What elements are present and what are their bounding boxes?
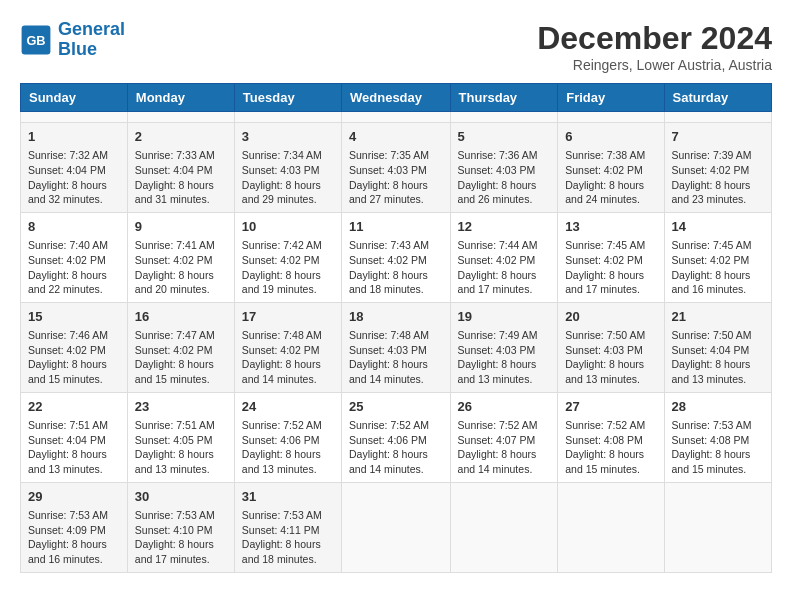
day-header-wednesday: Wednesday [342,84,451,112]
day-number: 19 [458,308,551,326]
day-header-tuesday: Tuesday [234,84,341,112]
calendar-cell: 12Sunrise: 7:44 AMSunset: 4:02 PMDayligh… [450,212,558,302]
calendar-cell [342,482,451,572]
calendar-cell: 15Sunrise: 7:46 AMSunset: 4:02 PMDayligh… [21,302,128,392]
day-number: 31 [242,488,334,506]
sunset-text: Sunset: 4:03 PM [458,344,536,356]
day-number: 20 [565,308,656,326]
day-number: 18 [349,308,443,326]
daylight-text: Daylight: 8 hours and 20 minutes. [135,269,214,296]
sunset-text: Sunset: 4:07 PM [458,434,536,446]
sunset-text: Sunset: 4:02 PM [135,254,213,266]
day-number: 2 [135,128,227,146]
location: Reingers, Lower Austria, Austria [537,57,772,73]
day-number: 25 [349,398,443,416]
sunset-text: Sunset: 4:03 PM [458,164,536,176]
day-number: 30 [135,488,227,506]
calendar-week-row [21,112,772,123]
sunrise-text: Sunrise: 7:44 AM [458,239,538,251]
day-number: 1 [28,128,120,146]
sunset-text: Sunset: 4:04 PM [28,164,106,176]
day-number: 5 [458,128,551,146]
sunset-text: Sunset: 4:02 PM [242,254,320,266]
daylight-text: Daylight: 8 hours and 18 minutes. [242,538,321,565]
sunset-text: Sunset: 4:08 PM [672,434,750,446]
sunrise-text: Sunrise: 7:52 AM [565,419,645,431]
daylight-text: Daylight: 8 hours and 16 minutes. [28,538,107,565]
calendar-cell: 20Sunrise: 7:50 AMSunset: 4:03 PMDayligh… [558,302,664,392]
calendar-cell: 9Sunrise: 7:41 AMSunset: 4:02 PMDaylight… [127,212,234,302]
calendar-cell: 4Sunrise: 7:35 AMSunset: 4:03 PMDaylight… [342,123,451,213]
day-number: 6 [565,128,656,146]
calendar-cell: 23Sunrise: 7:51 AMSunset: 4:05 PMDayligh… [127,392,234,482]
calendar-cell: 26Sunrise: 7:52 AMSunset: 4:07 PMDayligh… [450,392,558,482]
daylight-text: Daylight: 8 hours and 32 minutes. [28,179,107,206]
sunset-text: Sunset: 4:06 PM [242,434,320,446]
sunset-text: Sunset: 4:02 PM [242,344,320,356]
sunset-text: Sunset: 4:04 PM [135,164,213,176]
calendar-cell [664,112,771,123]
sunrise-text: Sunrise: 7:47 AM [135,329,215,341]
sunrise-text: Sunrise: 7:33 AM [135,149,215,161]
sunset-text: Sunset: 4:02 PM [565,164,643,176]
sunset-text: Sunset: 4:11 PM [242,524,320,536]
month-title: December 2024 [537,20,772,57]
svg-text:GB: GB [26,33,45,48]
day-number: 13 [565,218,656,236]
sunset-text: Sunset: 4:02 PM [565,254,643,266]
day-header-monday: Monday [127,84,234,112]
calendar-week-row: 22Sunrise: 7:51 AMSunset: 4:04 PMDayligh… [21,392,772,482]
calendar-cell: 6Sunrise: 7:38 AMSunset: 4:02 PMDaylight… [558,123,664,213]
calendar-cell: 14Sunrise: 7:45 AMSunset: 4:02 PMDayligh… [664,212,771,302]
daylight-text: Daylight: 8 hours and 13 minutes. [565,358,644,385]
sunset-text: Sunset: 4:04 PM [672,344,750,356]
sunrise-text: Sunrise: 7:52 AM [349,419,429,431]
sunrise-text: Sunrise: 7:50 AM [565,329,645,341]
calendar-cell: 24Sunrise: 7:52 AMSunset: 4:06 PMDayligh… [234,392,341,482]
logo-text: General Blue [58,20,125,60]
day-number: 27 [565,398,656,416]
daylight-text: Daylight: 8 hours and 17 minutes. [458,269,537,296]
sunrise-text: Sunrise: 7:41 AM [135,239,215,251]
sunset-text: Sunset: 4:02 PM [672,164,750,176]
sunrise-text: Sunrise: 7:53 AM [672,419,752,431]
sunrise-text: Sunrise: 7:42 AM [242,239,322,251]
calendar-cell: 10Sunrise: 7:42 AMSunset: 4:02 PMDayligh… [234,212,341,302]
day-number: 29 [28,488,120,506]
calendar-week-row: 29Sunrise: 7:53 AMSunset: 4:09 PMDayligh… [21,482,772,572]
sunrise-text: Sunrise: 7:52 AM [458,419,538,431]
sunset-text: Sunset: 4:10 PM [135,524,213,536]
calendar-cell [21,112,128,123]
calendar-cell: 18Sunrise: 7:48 AMSunset: 4:03 PMDayligh… [342,302,451,392]
sunset-text: Sunset: 4:04 PM [28,434,106,446]
calendar-cell: 5Sunrise: 7:36 AMSunset: 4:03 PMDaylight… [450,123,558,213]
sunset-text: Sunset: 4:08 PM [565,434,643,446]
sunrise-text: Sunrise: 7:48 AM [349,329,429,341]
day-number: 7 [672,128,764,146]
sunrise-text: Sunrise: 7:36 AM [458,149,538,161]
sunset-text: Sunset: 4:02 PM [135,344,213,356]
sunrise-text: Sunrise: 7:46 AM [28,329,108,341]
calendar-cell [234,112,341,123]
day-number: 21 [672,308,764,326]
sunrise-text: Sunrise: 7:51 AM [135,419,215,431]
day-number: 28 [672,398,764,416]
daylight-text: Daylight: 8 hours and 14 minutes. [349,448,428,475]
title-section: December 2024 Reingers, Lower Austria, A… [537,20,772,73]
day-number: 8 [28,218,120,236]
calendar-cell [664,482,771,572]
calendar-cell: 2Sunrise: 7:33 AMSunset: 4:04 PMDaylight… [127,123,234,213]
sunrise-text: Sunrise: 7:48 AM [242,329,322,341]
daylight-text: Daylight: 8 hours and 14 minutes. [349,358,428,385]
sunrise-text: Sunrise: 7:38 AM [565,149,645,161]
logo-line2: Blue [58,39,97,59]
sunset-text: Sunset: 4:05 PM [135,434,213,446]
calendar-cell: 8Sunrise: 7:40 AMSunset: 4:02 PMDaylight… [21,212,128,302]
day-number: 4 [349,128,443,146]
calendar-cell: 28Sunrise: 7:53 AMSunset: 4:08 PMDayligh… [664,392,771,482]
daylight-text: Daylight: 8 hours and 14 minutes. [458,448,537,475]
sunset-text: Sunset: 4:02 PM [672,254,750,266]
day-number: 17 [242,308,334,326]
daylight-text: Daylight: 8 hours and 24 minutes. [565,179,644,206]
calendar-cell: 30Sunrise: 7:53 AMSunset: 4:10 PMDayligh… [127,482,234,572]
